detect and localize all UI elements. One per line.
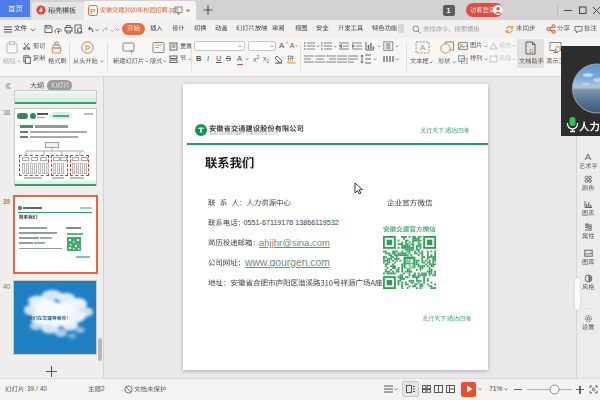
svg-text:P: P	[90, 7, 95, 16]
